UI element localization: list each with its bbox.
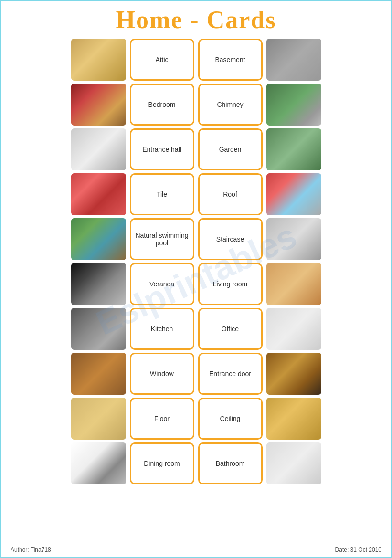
card-image-3-3 [266, 173, 321, 215]
card-label-2-1: Entrance hall [130, 128, 194, 170]
card-label-6-2: Office [198, 308, 263, 350]
card-label-4-2: Staircase [198, 218, 263, 260]
card-label-0-2: Basement [198, 39, 263, 81]
card-image-8-0 [71, 398, 126, 440]
card-label-8-1: Floor [130, 398, 194, 440]
card-label-8-2: Ceiling [198, 398, 263, 440]
grid-row-7: WindowEntrance door [11, 353, 381, 395]
card-image-6-3 [266, 308, 321, 350]
card-label-1-2: Chimney [198, 84, 263, 126]
card-label-9-1: Dining room [130, 442, 194, 484]
author-label: Author: Tina718 [11, 547, 51, 553]
card-label-2-2: Garden [198, 128, 263, 170]
card-image-0-3 [266, 39, 321, 81]
card-label-1-1: Bedroom [130, 84, 194, 126]
card-image-3-0 [71, 173, 126, 215]
grid-row-2: Entrance hallGarden [11, 128, 381, 170]
card-label-7-2: Entrance door [198, 353, 263, 395]
card-label-0-1: Attic [130, 39, 194, 81]
card-label-6-1: Kitchen [130, 308, 194, 350]
card-image-9-0 [71, 442, 126, 484]
page-title: Home - Cards [1, 1, 391, 36]
card-image-5-3 [266, 263, 321, 305]
date-label: Date: 31 Oct 2010 [335, 547, 381, 553]
card-image-5-0 [71, 263, 126, 305]
card-image-9-3 [266, 442, 321, 484]
card-image-4-3 [266, 218, 321, 260]
card-label-7-1: Window [130, 353, 194, 395]
card-image-7-0 [71, 353, 126, 395]
card-image-1-3 [266, 84, 321, 126]
card-label-5-2: Living room [198, 263, 263, 305]
cards-grid: AtticBasementBedroomChimneyEntrance hall… [1, 36, 391, 499]
grid-row-6: KitchenOffice [11, 308, 381, 350]
card-label-5-1: Veranda [130, 263, 194, 305]
grid-row-8: FloorCeiling [11, 398, 381, 440]
grid-row-0: AtticBasement [11, 39, 381, 81]
card-label-3-1: Tile [130, 173, 194, 215]
card-image-4-0 [71, 218, 126, 260]
grid-row-9: Dining roomBathroom [11, 442, 381, 484]
card-label-3-2: Roof [198, 173, 263, 215]
footer: Author: Tina718 Date: 31 Oct 2010 [1, 547, 391, 553]
card-image-0-0 [71, 39, 126, 81]
card-image-1-0 [71, 84, 126, 126]
grid-row-1: BedroomChimney [11, 84, 381, 126]
card-label-9-2: Bathroom [198, 442, 263, 484]
card-label-4-1: Natural swimming pool [130, 218, 194, 260]
card-image-6-0 [71, 308, 126, 350]
grid-row-5: VerandaLiving room [11, 263, 381, 305]
grid-row-4: Natural swimming poolStaircase [11, 218, 381, 260]
card-image-2-0 [71, 128, 126, 170]
card-image-2-3 [266, 128, 321, 170]
card-image-7-3 [266, 353, 321, 395]
grid-row-3: TileRoof [11, 173, 381, 215]
card-image-8-3 [266, 398, 321, 440]
